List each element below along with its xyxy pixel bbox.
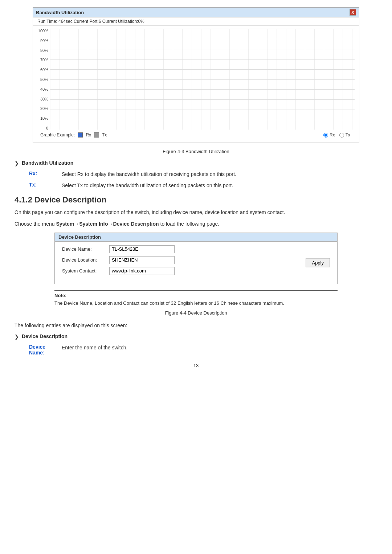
page-number: 13 [15,363,377,368]
rx-radio-group[interactable]: Rx [323,132,335,138]
y-label-80: 80% [36,48,48,53]
device-desc-section-heading: ❯ Device Description [15,333,377,340]
y-label-40: 40% [36,87,48,91]
device-name-input[interactable] [109,245,175,253]
window-title: Bandwidth Utilization [36,10,84,15]
nav-instruction: Choose the menu System→System Info→Devic… [15,220,377,228]
chapter-intro: On this page you can configure the descr… [15,208,377,216]
tx-legend-box [94,132,99,138]
chapter-number: 4.1.2 [15,195,32,204]
tx-radio-group[interactable]: Tx [339,132,350,138]
legend-right: Rx Tx [323,132,350,138]
y-label-50: 50% [36,77,48,82]
device-description-table: Device Description Device Name: Device L… [54,233,338,284]
device-name-entry-text: Enter the name of the switch. [62,344,377,352]
y-label-10: 10% [36,116,48,120]
note-box: Note: The Device Name, Location and Cont… [54,290,338,307]
rx-legend-box [78,132,83,138]
device-location-input[interactable] [109,256,175,264]
rx-desc-text: Select Rx to display the bandwidth utili… [62,171,377,178]
chapter-title: Device Description [34,195,106,204]
note-title: Note: [54,293,338,298]
y-label-60: 60% [36,67,48,72]
chart-legend: Graphic Example: Rx Tx Rx Tx [36,130,355,140]
grid-svg [50,29,355,130]
y-label-0: 0 [36,126,48,130]
dd-table-header: Device Description [55,233,337,242]
close-button[interactable]: X [350,9,356,16]
chapter-heading: 4.1.2 Device Description [15,195,377,205]
rx-legend-label: Rx [86,132,91,138]
tx-desc-row: Tx: Select Tx to display the bandwidth u… [29,182,377,189]
nav-bold: System→System Info→Device Description [56,221,159,227]
nav-text-before: Choose the menu [15,221,56,227]
device-name-label: Device Name: [62,246,109,252]
device-name-entry-label: Device Name: [29,344,51,356]
system-contact-row: System Contact: [62,267,330,275]
nav-text-after: to load the following page. [159,221,220,227]
tx-radio[interactable] [339,133,344,138]
tx-legend-label: Tx [102,132,107,138]
y-label-20: 20% [36,106,48,111]
bw-section-heading: ❯ Bandwidth Utilization [15,160,377,166]
rx-radio[interactable] [323,133,328,138]
note-text: The Device Name, Location and Contact ca… [54,300,338,307]
device-name-row: Device Name: [62,245,330,253]
bw-desc-table: Rx: Select Rx to display the bandwidth u… [29,171,377,189]
dd-table-body: Device Name: Device Location: System Con… [55,242,337,284]
section-arrow-2: ❯ [15,334,19,340]
rx-label: Rx: [29,171,51,176]
device-desc-entries: Device Name: Enter the name of the switc… [29,344,377,356]
tx-desc-text: Select Tx to display the bandwidth utili… [62,182,377,189]
section-arrow: ❯ [15,160,19,166]
legend-left: Graphic Example: Rx Tx [40,132,107,138]
entries-heading: The following entries are displayed on t… [15,321,377,329]
figure-4-caption: Figure 4-4 Device Description [15,310,377,316]
figure-3-caption: Figure 4-3 Bandwidth Utilization [15,149,377,154]
y-label-90: 90% [36,38,48,43]
device-location-label: Device Location: [62,257,109,263]
device-name-desc-row: Device Name: Enter the name of the switc… [29,344,377,356]
chart-area: 100% 90% 80% 70% 60% 50% 40% 30% 20% 10%… [33,26,359,143]
system-contact-label: System Contact: [62,268,109,274]
y-label-30: 30% [36,97,48,101]
graphic-example-label: Graphic Example: [40,132,75,138]
tx-label: Tx: [29,182,51,188]
system-contact-input[interactable] [109,267,175,275]
y-label-70: 70% [36,58,48,62]
svg-rect-1 [50,29,355,130]
window-titlebar: Bandwidth Utilization X [33,8,359,17]
rx-radio-label: Rx [330,132,335,138]
entries-section: The following entries are displayed on t… [15,321,377,355]
run-info: Run Time: 464sec Current Port:6 Current … [33,17,359,26]
chart-grid [50,29,355,130]
bw-section-title: Bandwidth Utilization [22,160,73,166]
device-desc-section-title: Device Description [22,333,68,339]
device-location-row: Device Location: [62,256,330,264]
rx-desc-row: Rx: Select Rx to display the bandwidth u… [29,171,377,178]
bandwidth-utilization-window: Bandwidth Utilization X Run Time: 464sec… [33,7,359,143]
y-axis: 100% 90% 80% 70% 60% 50% 40% 30% 20% 10%… [36,29,50,130]
tx-radio-label: Tx [346,132,350,138]
y-label-100: 100% [36,29,48,33]
apply-button[interactable]: Apply [306,258,330,267]
